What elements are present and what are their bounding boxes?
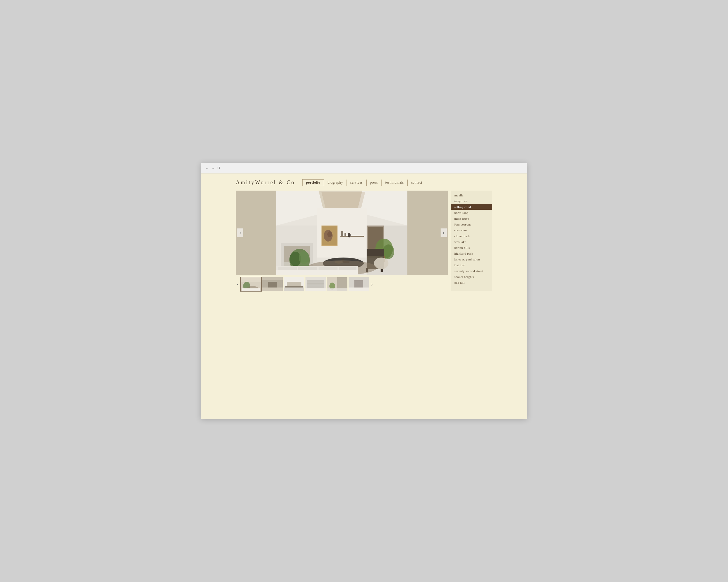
sidebar-item-barton-hills[interactable]: barton hills: [451, 245, 492, 251]
forward-button[interactable]: →: [211, 166, 215, 170]
nav-services[interactable]: services: [347, 179, 367, 186]
svg-rect-21: [340, 236, 364, 237]
sidebar-item-oak-hill[interactable]: oak hill: [451, 280, 492, 285]
svg-rect-33: [367, 249, 384, 256]
svg-rect-56: [285, 286, 303, 287]
thumbnail-2[interactable]: [262, 277, 283, 291]
thumbnail-6[interactable]: [348, 277, 369, 291]
nav-biography[interactable]: biography: [324, 179, 347, 186]
site-wrapper: AmityWorrel & Co portfolio biography ser…: [201, 173, 527, 419]
site-nav: portfolio biography services press testi…: [302, 179, 426, 186]
thumbnail-5[interactable]: [327, 277, 347, 291]
svg-rect-42: [318, 267, 338, 270]
svg-rect-72: [348, 287, 369, 291]
sidebar-item-four-seasons[interactable]: four seasons: [451, 221, 492, 227]
nav-press[interactable]: press: [367, 179, 382, 186]
sidebar-item-rollingwood[interactable]: rollingwood: [451, 204, 492, 210]
svg-point-24: [348, 233, 350, 238]
sidebar-nav: mueller tarrytown rollingwood north loop…: [451, 191, 492, 291]
site-header: AmityWorrel & Co portfolio biography ser…: [233, 179, 495, 186]
browser-controls: ← → ↺: [205, 166, 220, 170]
main-image: [236, 191, 448, 275]
svg-rect-71: [355, 280, 363, 287]
sidebar-item-westlake[interactable]: westlake: [451, 239, 492, 245]
main-image-container: ‹: [236, 191, 448, 275]
svg-rect-57: [284, 287, 304, 291]
sidebar-item-clover-path[interactable]: clover path: [451, 233, 492, 239]
thumbnails-prev-button[interactable]: ‹: [236, 281, 240, 287]
back-button[interactable]: ←: [205, 166, 209, 170]
main-content: ‹: [233, 191, 495, 291]
nav-contact[interactable]: contact: [408, 179, 426, 186]
browser-chrome: ← → ↺: [201, 163, 527, 173]
svg-rect-43: [339, 267, 357, 270]
sidebar-item-seventy-second-street[interactable]: seventy second street: [451, 268, 492, 274]
site-inner: AmityWorrel & Co portfolio biography ser…: [233, 173, 495, 297]
svg-rect-22: [341, 231, 343, 236]
svg-rect-68: [327, 288, 347, 291]
svg-rect-60: [307, 280, 324, 289]
thumbnail-3[interactable]: [284, 277, 304, 291]
sidebar-item-tarrytown[interactable]: tarrytown: [451, 198, 492, 204]
thumbnail-4[interactable]: [306, 277, 326, 291]
nav-portfolio[interactable]: portfolio: [302, 179, 324, 186]
svg-point-20: [327, 231, 332, 237]
image-area: ‹: [236, 191, 448, 291]
gallery-prev-button[interactable]: ‹: [237, 228, 243, 237]
sidebar-item-highland-park[interactable]: highland park: [451, 251, 492, 256]
sidebar-item-crestview[interactable]: crestview: [451, 227, 492, 233]
sidebar-item-mueller[interactable]: mueller: [451, 192, 492, 198]
svg-rect-41: [298, 267, 317, 270]
svg-rect-52: [262, 287, 283, 291]
svg-point-14: [299, 251, 309, 264]
gallery-next-button[interactable]: ›: [441, 228, 447, 237]
thumbnails-row: ‹: [236, 277, 448, 291]
sidebar-item-shaker-heights[interactable]: shaker heights: [451, 274, 492, 280]
refresh-button[interactable]: ↺: [217, 166, 220, 170]
svg-rect-63: [306, 288, 326, 291]
svg-rect-23: [344, 233, 346, 236]
thumbnail-1[interactable]: [241, 277, 261, 291]
sidebar-item-flat-iron[interactable]: flat iron: [451, 262, 492, 268]
site-logo: AmityWorrel & Co: [236, 179, 295, 186]
nav-testimonials[interactable]: testimonials: [382, 179, 408, 186]
svg-rect-40: [278, 267, 297, 270]
sidebar-item-mesa-drive[interactable]: mesa drive: [451, 216, 492, 221]
svg-marker-3: [321, 192, 365, 210]
sidebar-item-janet-salon[interactable]: janet st. paul salon: [451, 256, 492, 262]
sidebar-item-north-loop[interactable]: north loop: [451, 210, 492, 216]
svg-rect-48: [242, 288, 260, 291]
thumbnails-next-button[interactable]: ›: [370, 281, 374, 287]
browser-window: ← → ↺ AmityWorrel & Co portfolio biograp…: [201, 163, 527, 419]
